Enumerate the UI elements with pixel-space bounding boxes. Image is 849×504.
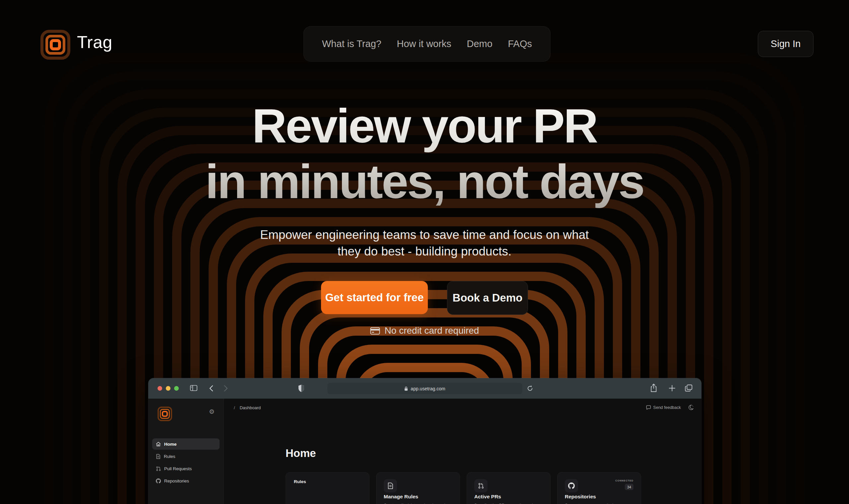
hero-title-line1: Review your PR — [0, 98, 849, 154]
sidebar-item-home[interactable]: Home — [152, 438, 220, 450]
document-icon — [384, 479, 397, 492]
nav-link-what-is-trag[interactable]: What is Trag? — [322, 38, 381, 49]
app-main: / Dashboard Send feedback Home — [224, 399, 701, 504]
connected-badge-label: CONNECTED — [615, 479, 634, 482]
app-logo-ring — [160, 409, 170, 419]
hero-subtitle-line1: Empower engineering teams to save time a… — [0, 227, 849, 243]
main-nav: What is Trag? How it works Demo FAQs — [304, 26, 551, 61]
brand-name: Trag — [77, 32, 112, 52]
nav-link-faqs[interactable]: FAQs — [508, 38, 532, 49]
stat-card-label: Rules — [294, 479, 306, 484]
url-field[interactable]: app.usetrag.com — [327, 383, 522, 394]
connected-count-badge: 34 — [625, 484, 634, 490]
book-demo-button[interactable]: Book a Demo — [447, 281, 528, 315]
github-icon — [156, 479, 161, 484]
card-title: Active PRs — [474, 494, 501, 500]
tab-overview-icon[interactable] — [685, 384, 692, 392]
sidebar-item-label: Rules — [164, 454, 175, 459]
sign-in-button[interactable]: Sign In — [758, 31, 814, 57]
share-icon[interactable] — [651, 384, 657, 392]
page-title: Home — [285, 447, 316, 460]
landing-page: Trag What is Trag? How it works Demo FAQ… — [0, 0, 849, 504]
active-prs-card: Active PRs See all active PRs currently … — [467, 472, 551, 504]
settings-gear-icon[interactable]: ⚙ — [209, 408, 214, 415]
no-credit-card-note: No credit card required — [0, 325, 849, 336]
sidebar-toggle-icon[interactable] — [190, 385, 197, 391]
sidebar-item-label: Home — [164, 442, 177, 447]
card-description: See all active PRs currently running. — [474, 502, 544, 504]
github-icon — [565, 479, 578, 492]
logo-core — [50, 39, 61, 50]
chat-bubble-icon — [646, 405, 651, 410]
privacy-shield-icon[interactable] — [298, 384, 305, 392]
logo-ring — [46, 35, 65, 55]
card-description: Create, edit, delete and assign code rul… — [384, 502, 454, 504]
credit-card-icon — [370, 327, 380, 335]
traffic-light-zoom[interactable] — [174, 386, 179, 391]
hero-title: Review your PR in minutes, not days — [0, 98, 849, 210]
card-description: Connect as many repositories as you want — [565, 502, 635, 504]
hero-subtitle: Empower engineering teams to save time a… — [0, 227, 849, 260]
sidebar-item-label: Pull Requests — [164, 466, 192, 471]
browser-chrome: app.usetrag.com — [148, 378, 701, 399]
rules-stat-card: Rules 1290 — [285, 472, 369, 504]
app-topbar: / Dashboard Send feedback — [224, 399, 701, 417]
site-header: Trag What is Trag? How it works Demo FAQ… — [0, 0, 849, 73]
sidebar-item-pull-requests[interactable]: Pull Requests — [152, 463, 220, 474]
cta-row: Get started for free Book a Demo — [0, 281, 849, 315]
sidebar-item-rules[interactable]: Rules — [152, 451, 220, 462]
new-tab-icon[interactable] — [669, 385, 675, 391]
sidebar-item-label: Repositories — [164, 479, 189, 484]
document-icon — [156, 454, 160, 459]
sidebar-nav: Home Rules Pull Requests Repositories — [152, 438, 220, 486]
pull-request-icon — [156, 466, 161, 471]
app-sidebar: ⚙ Home Rules Pull Requests — [148, 399, 224, 504]
breadcrumb: / Dashboard — [234, 405, 261, 410]
no-credit-card-text: No credit card required — [385, 325, 479, 336]
get-started-button[interactable]: Get started for free — [321, 281, 428, 314]
app-logo-core — [162, 411, 168, 417]
browser-window: app.usetrag.com — [148, 378, 701, 504]
forward-button[interactable] — [224, 385, 228, 392]
nav-link-demo[interactable]: Demo — [467, 38, 492, 49]
url-text: app.usetrag.com — [411, 386, 445, 391]
trag-logo-icon[interactable] — [40, 30, 70, 60]
manage-rules-card: Manage Rules Create, edit, delete and as… — [376, 472, 460, 504]
traffic-light-minimize[interactable] — [166, 386, 171, 391]
hero-subtitle-line2: they do best - building products. — [0, 243, 849, 260]
pull-request-icon — [474, 479, 487, 492]
send-feedback-label: Send feedback — [653, 405, 681, 410]
lock-icon — [404, 386, 408, 391]
reload-button[interactable] — [527, 385, 533, 391]
nav-link-how-it-works[interactable]: How it works — [397, 38, 451, 49]
back-button[interactable] — [209, 385, 213, 392]
theme-toggle-moon-icon[interactable] — [688, 404, 693, 412]
dashboard-cards: Rules 1290 Manage Rules Create, edit, de… — [285, 472, 641, 504]
traffic-light-close[interactable] — [157, 386, 162, 391]
breadcrumb-current[interactable]: Dashboard — [240, 405, 261, 410]
sidebar-item-repositories[interactable]: Repositories — [152, 475, 220, 486]
app-dashboard: ⚙ Home Rules Pull Requests — [148, 399, 701, 504]
hero-title-line2: in minutes, not days — [0, 154, 849, 210]
breadcrumb-separator: / — [234, 405, 235, 410]
send-feedback-button[interactable]: Send feedback — [646, 405, 681, 410]
home-icon — [156, 442, 161, 447]
repositories-card: CONNECTED 34 Repositories Connect as man… — [557, 472, 641, 504]
card-title: Repositories — [565, 494, 596, 500]
app-logo-icon[interactable] — [157, 407, 172, 421]
card-title: Manage Rules — [384, 494, 418, 500]
